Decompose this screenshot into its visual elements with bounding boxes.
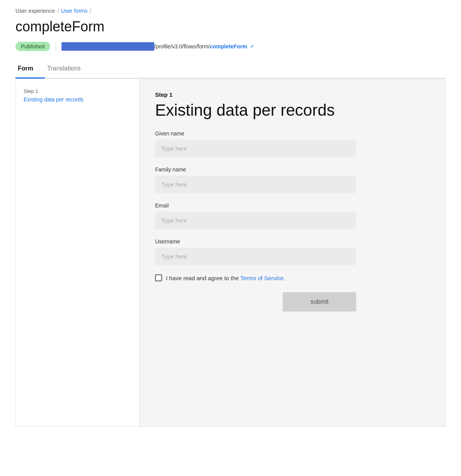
breadcrumb-user-forms[interactable]: User forms (61, 8, 87, 14)
sidebar-step-label: Step 1 (24, 88, 131, 94)
form-panel: Step 1 Existing data per records Given n… (140, 79, 445, 426)
username-label: Username (155, 238, 430, 245)
tab-form[interactable]: Form (15, 60, 45, 79)
url-row: /profile/v3.0/flows/form/completeForm ↗ (61, 42, 254, 51)
submit-button[interactable]: submit (283, 292, 356, 312)
sidebar-step-link[interactable]: Existing data per records (24, 96, 84, 103)
tos-checkbox[interactable] (155, 274, 162, 281)
given-name-input[interactable] (155, 140, 356, 157)
submit-row: submit (155, 292, 356, 312)
family-name-input[interactable] (155, 176, 356, 193)
step-heading: Step 1 (155, 91, 430, 98)
sidebar: Step 1 Existing data per records (16, 79, 140, 426)
family-name-label: Family name (155, 166, 430, 173)
given-name-group: Given name (155, 130, 430, 157)
content-area: Step 1 Existing data per records Step 1 … (15, 79, 446, 427)
email-input[interactable] (155, 212, 356, 229)
family-name-group: Family name (155, 166, 430, 193)
tos-label: I have read and agree to the Terms of Se… (166, 275, 285, 281)
status-badge: Published (15, 42, 50, 51)
breadcrumb: User experience / User forms / (15, 8, 446, 14)
status-row: Published /profile/v3.0/flows/form/compl… (15, 42, 446, 51)
username-group: Username (155, 238, 430, 265)
tabs: Form Translations (15, 60, 446, 79)
breadcrumb-separator-1: / (57, 8, 59, 14)
url-bold: completeForm (210, 43, 247, 50)
checkbox-row: I have read and agree to the Terms of Se… (155, 274, 430, 281)
url-path: /profile/v3.0/flows/form/completeForm ↗ (154, 43, 254, 50)
email-label: Email (155, 202, 430, 209)
breadcrumb-user-experience: User experience (15, 8, 55, 14)
email-group: Email (155, 202, 430, 229)
vertical-divider (56, 42, 56, 51)
given-name-label: Given name (155, 130, 430, 137)
external-link-icon[interactable]: ↗ (249, 44, 254, 50)
tos-link[interactable]: Terms of Service (240, 275, 283, 281)
form-title: Existing data per records (155, 101, 430, 120)
username-input[interactable] (155, 248, 356, 265)
page-title: completeForm (15, 19, 446, 35)
breadcrumb-separator-2: / (90, 8, 91, 14)
url-highlight-block (61, 42, 154, 51)
tab-translations[interactable]: Translations (45, 60, 92, 79)
page-wrapper: User experience / User forms / completeF… (0, 0, 461, 435)
